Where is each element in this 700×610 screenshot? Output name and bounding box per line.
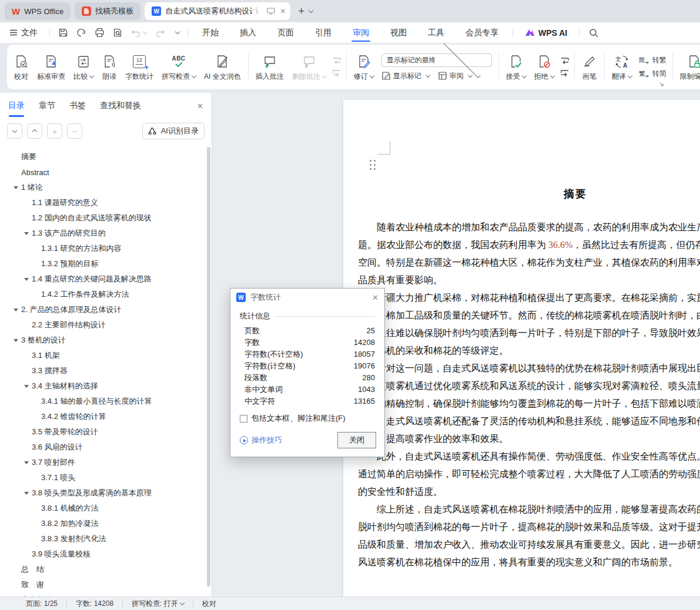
menu-tools[interactable]: 工具 [417, 22, 455, 43]
close-dialog-button[interactable]: 关闭 [337, 432, 376, 448]
compare-button[interactable]: 比较 [69, 48, 98, 86]
document-page[interactable]: 摘要 随着农业种植成本的增加和农产品品质要求的提高，农药的利用率成为农业生产题。… [343, 100, 700, 596]
quickbar-chevron-icon[interactable] [175, 29, 180, 34]
expand-triangle-icon[interactable] [24, 278, 29, 281]
previous-comment-icon[interactable] [332, 57, 341, 65]
restrict-edit-button[interactable]: 限制编辑 [676, 48, 700, 86]
monitor-icon[interactable] [267, 8, 275, 15]
toc-item[interactable]: 3.6 风扇的设计 [0, 440, 206, 455]
toc-item[interactable]: 3.7.1 喷头 [0, 470, 206, 485]
toc-item[interactable]: 摘要 [0, 149, 206, 165]
ai-recognize-toc-button[interactable]: AI识别目录 [142, 123, 205, 139]
menu-home[interactable]: 开始 [192, 22, 229, 43]
menu-page[interactable]: 页面 [267, 22, 304, 43]
review-pane-button[interactable]: 审阅 [438, 71, 472, 81]
redo-icon[interactable] [155, 28, 165, 37]
toc-item[interactable]: 1.3 该产品的研究目的 [0, 226, 206, 241]
sidebar-scrollbar[interactable] [207, 147, 210, 586]
zoom-out-outline-button[interactable]: − [67, 123, 82, 139]
toc-item[interactable]: 3.4 主轴材料的选择 [0, 378, 206, 394]
wps-ai-button[interactable]: WPS AI [517, 28, 575, 38]
next-comment-icon[interactable] [332, 69, 341, 77]
toc-item[interactable]: 1.4.2 工作条件及解决方法 [0, 287, 206, 302]
tips-link[interactable]: 操作技巧 [240, 435, 282, 445]
read-aloud-button[interactable]: 朗读 [98, 48, 121, 86]
status-proofread[interactable]: 校对 [202, 599, 216, 609]
sidebar-tab-bookmarks[interactable]: 书签 [69, 100, 86, 111]
expand-triangle-icon[interactable] [24, 492, 29, 495]
expand-triangle-icon[interactable] [14, 339, 18, 342]
expand-triangle-icon[interactable] [24, 461, 29, 464]
toc-item[interactable]: 3.1 机架 [0, 348, 206, 363]
menu-reference[interactable]: 引用 [304, 22, 342, 43]
tab-wps-office[interactable]: W WPS Office [5, 2, 71, 20]
delete-comment-button[interactable]: 删除批注 [288, 48, 330, 86]
toc-item[interactable]: 3.7 喷射部件 [0, 455, 206, 470]
proofread-button[interactable]: 校对 [9, 48, 33, 86]
toc-item[interactable]: 1.3.2 预期的目标 [0, 256, 206, 272]
track-changes-button[interactable]: 修订 [350, 48, 378, 86]
sidebar-tab-find-replace[interactable]: 查找和替换 [100, 100, 141, 111]
toc-item[interactable]: 1.3.1 研究的方法和内容 [0, 241, 206, 256]
toc-item[interactable]: 3.8.2 加热冷凝法 [0, 516, 206, 531]
ai-polish-button[interactable]: AI 全文润色 [200, 48, 245, 86]
reject-button[interactable]: 拒绝 [530, 48, 558, 86]
expand-triangle-icon[interactable] [24, 385, 29, 388]
toc-item[interactable]: 致 谢 [0, 577, 206, 592]
sidebar-tab-chapters[interactable]: 章节 [39, 100, 55, 111]
sidebar-tab-contents[interactable]: 目录 [8, 100, 25, 111]
next-change-icon[interactable] [560, 69, 570, 77]
accept-button[interactable]: 接受 [502, 48, 530, 86]
word-count-button[interactable]: 12+ 字数统计 [121, 48, 158, 86]
menu-member[interactable]: 会员专享 [455, 22, 509, 43]
standard-review-button[interactable]: 标准审查 [33, 48, 69, 86]
close-icon[interactable]: ✕ [280, 7, 286, 15]
undo-icon[interactable] [131, 28, 147, 37]
collapse-all-button[interactable] [27, 123, 42, 139]
status-page[interactable]: 页面: 1/25 [26, 599, 58, 609]
status-word-count[interactable]: 字数: 14208 [76, 599, 113, 609]
search-icon[interactable] [589, 28, 598, 38]
zoom-in-outline-button[interactable]: + [47, 123, 62, 139]
toc-item[interactable]: 1.2 国内的自走式风送喷雾机的现状 [0, 210, 206, 226]
tab-template[interactable]: 找稿壳模板 [75, 2, 140, 20]
group-expand-icon[interactable] [659, 82, 665, 88]
toc-item[interactable]: 1.4 重点研究的关键问题及解决思路 [0, 272, 206, 287]
close-icon[interactable]: ✕ [197, 102, 203, 110]
expand-triangle-icon[interactable] [14, 186, 18, 189]
brush-button[interactable]: 画笔 [578, 48, 601, 86]
print-preview-icon[interactable] [113, 28, 123, 38]
print-icon[interactable] [95, 28, 105, 38]
toc-item[interactable]: 总 结 [0, 562, 206, 577]
markup-state-select[interactable]: 显示标记的最终状态 [381, 53, 492, 67]
expand-triangle-icon[interactable] [24, 232, 29, 235]
toc-item[interactable]: 3.4.1 轴的最小直径与长度的计算 [0, 394, 206, 409]
toc-item[interactable]: 3.4.2 锥齿轮的计算 [0, 409, 206, 424]
expand-triangle-icon[interactable] [14, 309, 18, 311]
toc-item[interactable]: 3.9 喷头流量校核 [0, 547, 206, 562]
tab-list-chevron-icon[interactable] [309, 8, 313, 12]
spell-check-button[interactable]: ABC 拼写检查 [158, 48, 200, 86]
toc-item[interactable]: 2. 产品的总体原理及总体设计 [0, 302, 206, 317]
menu-review[interactable]: 审阅 [342, 22, 380, 43]
toc-item[interactable]: 3 整机的设计 [0, 333, 206, 348]
toc-item[interactable]: 2.2 主要部件结构设计 [0, 317, 206, 333]
include-textbox-checkbox[interactable]: 包括文本框、脚注和尾注(F) [240, 413, 375, 424]
toc-item[interactable]: 1 绪论 [0, 180, 206, 195]
show-markup-button[interactable]: 显示标记 [381, 71, 430, 81]
status-spell-check[interactable]: 拼写检查: 打开 [132, 599, 184, 609]
toc-item[interactable]: 1.1 课题研究的意义 [0, 195, 206, 210]
save-icon[interactable] [58, 28, 68, 38]
toc-item[interactable]: 3.5 带及带轮的设计 [0, 424, 206, 440]
toc-item[interactable]: 3.8.1 机械的方法 [0, 501, 206, 516]
export-icon[interactable] [76, 28, 86, 38]
insert-comment-button[interactable]: 插入批注 [252, 48, 288, 86]
to-traditional-button[interactable]: 简 转繁 [639, 55, 666, 65]
to-simplified-button[interactable]: 繁 转简 [639, 69, 666, 79]
toc-item[interactable]: 3.8 喷头类型及形成雾滴的基本原理 [0, 485, 206, 501]
tab-document[interactable]: W 自走式风送喷雾机结构设计 讠 ✕ [145, 2, 290, 20]
toc-item[interactable]: 3.3 搅拌器 [0, 363, 206, 378]
checkbox-icon[interactable] [240, 415, 247, 423]
paragraph-drag-handle-icon[interactable] [370, 160, 376, 170]
menu-insert[interactable]: 插入 [229, 22, 267, 43]
